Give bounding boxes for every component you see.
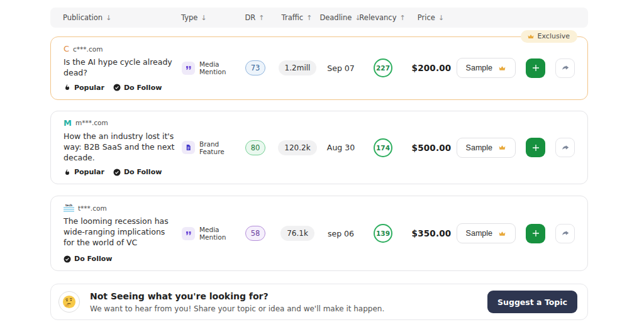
traffic-badge: 120.2k: [278, 140, 316, 155]
column-label: Relevancy: [359, 13, 396, 22]
crown-icon: [527, 33, 535, 40]
dr-badge: 58: [245, 226, 266, 241]
relevancy-score: 139: [374, 224, 392, 243]
publication-row: M m***.com How the an industry lost it's…: [50, 111, 588, 185]
suggest-topic-banner: Not Seeing what you're looking for? We w…: [50, 284, 588, 320]
dr-badge: 80: [245, 140, 266, 155]
dofollow-tag-label: Do Follow: [124, 168, 162, 176]
type-label: Brand Feature: [199, 140, 242, 155]
publication-title: The looming recession has wide-ranging i…: [64, 216, 172, 248]
deadline-value: sep 06: [328, 229, 354, 238]
banner-subtext: We want to hear from you! Share your top…: [90, 304, 384, 313]
quote-icon: [182, 62, 195, 75]
type-cell: Media Mention: [182, 60, 242, 75]
column-label: Publication: [63, 13, 103, 22]
deadline-value: Aug 30: [327, 143, 355, 152]
plus-icon: [531, 228, 541, 238]
publication-logo-icon: M: [64, 119, 72, 127]
dofollow-tag: Do Follow: [64, 255, 112, 263]
share-button[interactable]: [555, 58, 575, 78]
column-header-publication[interactable]: Publication ↓: [63, 13, 181, 22]
column-header-traffic[interactable]: Traffic ↑: [269, 13, 325, 22]
publication-domain: m***.com: [75, 119, 108, 126]
share-arrow-icon: [561, 143, 570, 152]
sample-button[interactable]: Sample: [457, 223, 516, 243]
dofollow-tag-label: Do Follow: [124, 84, 162, 92]
publication-logo-icon: tech: [64, 204, 74, 212]
popular-tag: Popular: [64, 84, 104, 92]
publication-title: How the an industry lost it's way: B2B S…: [64, 131, 178, 164]
row-actions: Sample: [453, 223, 575, 243]
publication-row: Exclusive C c***.com Is the AI hype cycl…: [50, 36, 588, 100]
column-header-price[interactable]: Price ↓: [409, 13, 452, 22]
add-to-cart-button[interactable]: [526, 58, 545, 78]
share-button[interactable]: [555, 138, 575, 157]
crown-icon: [498, 143, 506, 152]
type-cell: Media Mention: [182, 226, 242, 241]
sort-arrow-icon: ↑: [399, 14, 405, 22]
plus-icon: [531, 63, 541, 73]
publications-table: Publication ↓ Type ↓ DR ↑ Traffic ↑ Dead…: [50, 0, 588, 320]
sample-button-label: Sample: [466, 64, 492, 72]
type-label: Media Mention: [199, 226, 242, 241]
traffic-badge: 1.2mill: [279, 60, 317, 75]
type-cell: Brand Feature: [182, 140, 242, 155]
dr-badge: 73: [245, 60, 266, 75]
price-value: $350.00: [412, 228, 452, 238]
column-label: Deadline: [319, 13, 352, 22]
publication-cell: M m***.com How the an industry lost it's…: [64, 119, 182, 177]
fire-icon: [64, 169, 71, 176]
publication-logo-icon: C: [64, 45, 69, 53]
exclusive-badge-label: Exclusive: [538, 32, 570, 40]
fire-icon: [64, 84, 71, 91]
crown-icon: [498, 230, 506, 238]
publication-row: tech t***.com The looming recession has …: [50, 196, 588, 271]
column-header-deadline[interactable]: Deadline ↓: [325, 13, 355, 22]
dofollow-tag: Do Follow: [113, 168, 162, 176]
quote-icon: [182, 227, 195, 240]
popular-tag: Popular: [64, 168, 104, 176]
check-circle-icon: [113, 84, 121, 91]
publication-domain: c***.com: [73, 45, 103, 53]
sort-arrow-icon: ↑: [306, 14, 312, 22]
traffic-badge: 76.1k: [280, 226, 314, 241]
sample-button[interactable]: Sample: [457, 138, 516, 158]
suggest-topic-button[interactable]: Suggest a Topic: [487, 291, 577, 313]
sort-arrow-icon: ↓: [438, 14, 444, 22]
check-circle-icon: [113, 169, 121, 176]
banner-text: Not Seeing what you're looking for? We w…: [90, 291, 384, 313]
sample-button[interactable]: Sample: [457, 58, 516, 78]
crown-icon: [498, 64, 506, 72]
publication-cell: C c***.com Is the AI hype cycle already …: [64, 45, 182, 92]
sample-button-label: Sample: [466, 229, 492, 238]
column-label: Price: [418, 13, 435, 22]
publication-domain: t***.com: [78, 204, 107, 212]
relevancy-score: 227: [374, 58, 392, 77]
popular-tag-label: Popular: [74, 84, 104, 92]
publication-cell: tech t***.com The looming recession has …: [64, 204, 182, 263]
dofollow-tag: Do Follow: [113, 84, 162, 92]
sort-arrow-icon: ↓: [106, 14, 111, 22]
table-header: Publication ↓ Type ↓ DR ↑ Traffic ↑ Dead…: [50, 8, 588, 28]
add-to-cart-button[interactable]: [526, 224, 545, 243]
column-label: DR: [245, 13, 255, 22]
share-arrow-icon: [561, 64, 570, 72]
exclusive-badge: Exclusive: [521, 30, 577, 43]
column-header-dr[interactable]: DR ↑: [241, 13, 269, 22]
plus-icon: [531, 143, 541, 153]
deadline-value: Sep 07: [327, 64, 354, 73]
share-button[interactable]: [555, 224, 575, 243]
row-actions: Sample: [453, 138, 575, 158]
thinking-emoji-icon: [58, 291, 80, 313]
row-actions: Sample: [453, 58, 575, 78]
banner-heading: Not Seeing what you're looking for?: [90, 291, 384, 301]
price-value: $500.00: [412, 143, 452, 153]
sample-button-label: Sample: [466, 143, 492, 152]
column-header-relevancy[interactable]: Relevancy ↑: [355, 13, 409, 22]
add-to-cart-button[interactable]: [526, 138, 545, 157]
column-header-type[interactable]: Type ↓: [181, 13, 241, 22]
sort-arrow-icon: ↓: [201, 14, 206, 22]
column-label: Traffic: [282, 13, 304, 22]
check-circle-icon: [64, 255, 71, 263]
share-arrow-icon: [561, 229, 570, 238]
